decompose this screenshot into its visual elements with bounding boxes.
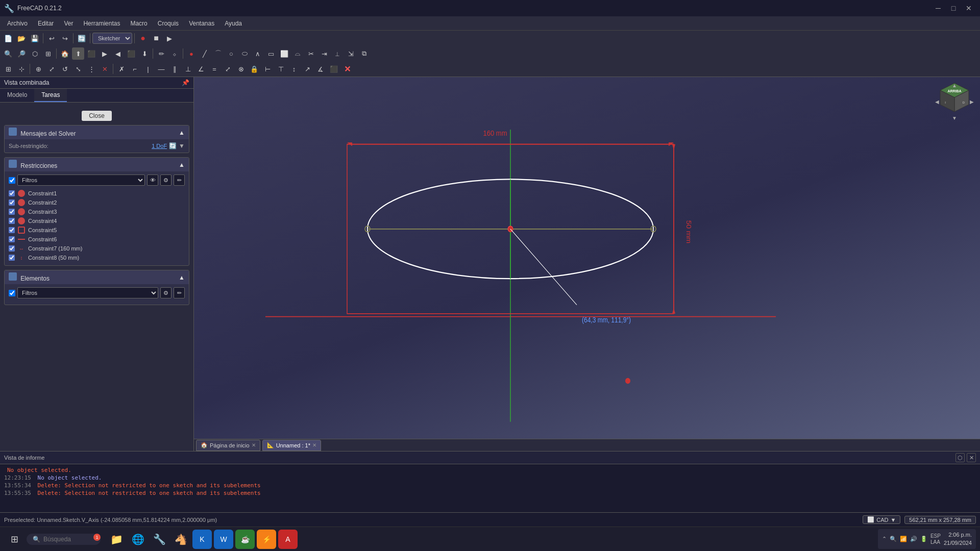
external-tool[interactable]: ⇲: [345, 47, 357, 60]
scale-tool[interactable]: ⤡: [72, 63, 84, 75]
vertical-tool[interactable]: |: [142, 63, 154, 75]
arc-tool[interactable]: ⌒: [212, 47, 224, 60]
wifi-icon[interactable]: 📶: [900, 536, 907, 542]
viewport-canvas[interactable]: 160 mm 50 mm (64,3 mm, 111,9°): [194, 77, 980, 451]
tab-inicio[interactable]: 🏠 Página de inicio ✕: [196, 440, 260, 451]
tangent-tool[interactable]: ∠: [195, 63, 207, 75]
elementos-settings-button[interactable]: ⚙: [160, 287, 172, 298]
taskbar-search[interactable]: 🔍: [27, 534, 101, 545]
view-home-button[interactable]: 🏠: [59, 47, 71, 60]
tab-unnamed-close[interactable]: ✕: [312, 442, 316, 448]
restricciones-edit-button[interactable]: ✏: [174, 174, 185, 186]
restricciones-all-checkbox[interactable]: [9, 177, 15, 184]
point-tool[interactable]: ●: [185, 47, 198, 60]
c1-checkbox[interactable]: [9, 190, 15, 196]
viewport[interactable]: 160 mm 50 mm (64,3 mm, 111,9°): [194, 77, 980, 451]
c2-checkbox[interactable]: [9, 199, 15, 206]
slot-tool[interactable]: ⬜: [278, 47, 290, 60]
angle-tool[interactable]: ∡: [314, 63, 327, 75]
horizontal-tool[interactable]: —: [155, 63, 167, 75]
workbench-dropdown[interactable]: Sketcher: [92, 33, 132, 44]
cad-dropdown-icon[interactable]: ▼: [890, 517, 896, 523]
restricciones-eye-button[interactable]: 👁: [147, 174, 158, 186]
move-tool[interactable]: ⤢: [45, 63, 58, 75]
ellipse-tool[interactable]: ⬭: [238, 47, 251, 60]
fix-h-tool[interactable]: ⊢: [261, 63, 274, 75]
taskbar-app-explorer[interactable]: 📁: [107, 530, 126, 549]
clock[interactable]: 2:06 p.m. 21/09/2024: [944, 531, 972, 547]
array-tool[interactable]: ⋮: [85, 63, 97, 75]
solver-section-header[interactable]: Mensajes del Solver ▲: [5, 126, 189, 139]
line-tool[interactable]: ╱: [199, 47, 211, 60]
menu-herramientas[interactable]: Herramientas: [78, 18, 125, 29]
cad-badge[interactable]: ⬜ CAD ▼: [863, 515, 900, 524]
equal-tool[interactable]: =: [208, 63, 220, 75]
sketcher-tools-1[interactable]: ✏: [155, 47, 167, 60]
copy-tool[interactable]: ⧉: [358, 47, 370, 60]
collapse-solver-icon[interactable]: ▲: [179, 129, 185, 136]
nav-cube[interactable]: ARRIBA D I ▲ ▼ ◀ ▶ X → ↑ Y: [934, 82, 975, 123]
menu-ventanas[interactable]: Ventanas: [184, 18, 219, 29]
colinear-tool[interactable]: ⌐: [129, 63, 141, 75]
rect-tool[interactable]: ▭: [265, 47, 277, 60]
block-tool[interactable]: ⊗: [235, 63, 247, 75]
coincident-tool[interactable]: ✗: [115, 63, 128, 75]
fillet-tool[interactable]: ⌓: [291, 47, 304, 60]
view-right-button[interactable]: ▶: [99, 47, 111, 60]
ref-toggle[interactable]: ⬛: [328, 63, 340, 75]
refresh-dof-icon[interactable]: 🔄: [169, 142, 177, 149]
close-button[interactable]: ✕: [962, 1, 976, 15]
taskbar-app-acrobat[interactable]: A: [278, 530, 298, 549]
redo-button[interactable]: ↪: [59, 32, 71, 44]
collapse-restricciones-icon[interactable]: ▲: [179, 161, 185, 168]
view-back-button[interactable]: ⬛: [125, 47, 137, 60]
taskbar-app-word[interactable]: W: [214, 530, 233, 549]
rotate-tool[interactable]: ↺: [59, 63, 71, 75]
stop-button[interactable]: ■: [150, 32, 162, 44]
step-button[interactable]: ▶: [163, 32, 176, 44]
open-file-button[interactable]: 📂: [15, 32, 28, 44]
elementos-edit-button[interactable]: ✏: [174, 287, 185, 298]
c3-checkbox[interactable]: [9, 209, 15, 215]
lock-tool[interactable]: 🔒: [248, 63, 260, 75]
trim-tool[interactable]: ✂: [305, 47, 317, 60]
zoom-in-button[interactable]: 🔍: [2, 47, 14, 60]
report-close-button[interactable]: ✕: [967, 453, 976, 462]
restricciones-header[interactable]: Restricciones ▲: [5, 158, 189, 171]
search-tray-icon[interactable]: 🔍: [890, 536, 897, 542]
view-front-button[interactable]: ⬛: [85, 47, 97, 60]
attach-tool[interactable]: ⊕: [32, 63, 44, 75]
delete-tool[interactable]: ✕: [99, 63, 111, 75]
close-sketch-button[interactable]: Close: [82, 111, 112, 121]
report-undock-button[interactable]: ⬡: [955, 453, 965, 462]
menu-croquis[interactable]: Croquis: [153, 18, 184, 29]
menu-macro[interactable]: Macro: [125, 18, 152, 29]
menu-editar[interactable]: Editar: [33, 18, 59, 29]
circle-tool[interactable]: ○: [225, 47, 237, 60]
elementos-filter-select[interactable]: Filtros: [17, 287, 158, 298]
extend-tool[interactable]: ⇥: [318, 47, 330, 60]
split-tool[interactable]: ⟂: [331, 47, 344, 60]
undo-button[interactable]: ↩: [45, 32, 58, 44]
c7-checkbox[interactable]: [9, 245, 15, 252]
save-file-button[interactable]: 💾: [29, 32, 41, 44]
tab-inicio-close[interactable]: ✕: [252, 442, 256, 448]
menu-archivo[interactable]: Archivo: [2, 18, 33, 29]
view-bottom-button[interactable]: ⬇: [138, 47, 151, 60]
menu-ayuda[interactable]: Ayuda: [219, 18, 247, 29]
snap-tool[interactable]: ⊹: [15, 63, 28, 75]
dof-value[interactable]: 1 DoF: [152, 143, 167, 149]
tab-unnamed[interactable]: 📐 Unnamed : 1* ✕: [262, 440, 321, 451]
tab-modelo[interactable]: Modelo: [0, 89, 34, 102]
taskbar-app-settings[interactable]: 🔧: [150, 530, 169, 549]
dim-tool[interactable]: ↕: [288, 63, 300, 75]
windows-button[interactable]: ⊞: [4, 529, 24, 549]
c6-checkbox[interactable]: [9, 236, 15, 242]
symm-tool[interactable]: ⤢: [222, 63, 234, 75]
sys-tray-up-icon[interactable]: ⌃: [882, 536, 887, 542]
taskbar-app-chrome[interactable]: 🌐: [128, 530, 148, 549]
taskbar-app-blue[interactable]: K: [192, 530, 212, 549]
view-top-button[interactable]: ⬆: [72, 47, 84, 60]
restricciones-settings-button[interactable]: ⚙: [160, 174, 172, 186]
grid-tool[interactable]: ⊞: [2, 63, 14, 75]
